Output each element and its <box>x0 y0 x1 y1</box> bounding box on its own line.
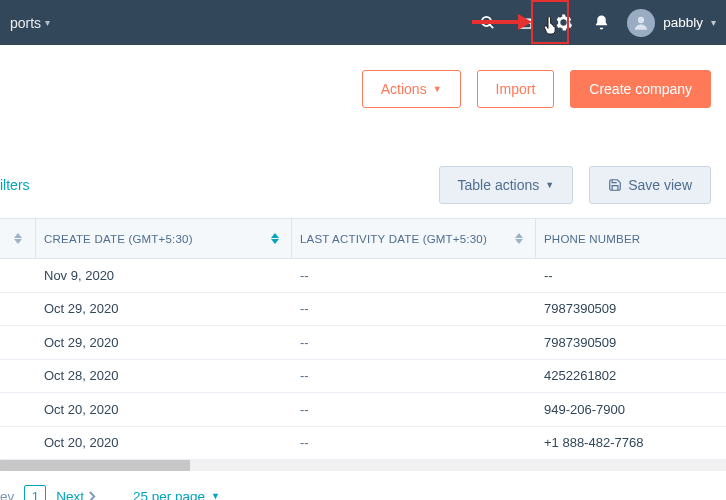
cell-phone: 7987390509 <box>536 335 726 350</box>
chevron-down-icon: ▾ <box>45 17 50 28</box>
nav-reports-label: ports <box>10 15 41 31</box>
cell-create-date: Nov 9, 2020 <box>36 268 292 283</box>
cell-create-date: Oct 28, 2020 <box>36 368 292 383</box>
create-company-label: Create company <box>589 81 692 97</box>
page-actions: Actions ▼ Import Create company <box>0 45 726 108</box>
table-row[interactable]: Oct 29, 2020--7987390509 <box>0 293 726 327</box>
next-page-button[interactable]: Next <box>56 489 97 501</box>
cell-create-date: Oct 29, 2020 <box>36 335 292 350</box>
column-handle[interactable] <box>0 219 36 258</box>
svg-rect-2 <box>520 23 531 28</box>
horizontal-scrollbar[interactable] <box>0 460 726 471</box>
import-label: Import <box>496 81 536 97</box>
cell-phone: 4252261802 <box>536 368 726 383</box>
actions-dropdown-button[interactable]: Actions ▼ <box>362 70 461 108</box>
sort-icon[interactable] <box>515 233 523 244</box>
column-create-date[interactable]: CREATE DATE (GMT+5:30) <box>36 219 292 258</box>
column-last-activity-label: LAST ACTIVITY DATE (GMT+5:30) <box>300 233 487 245</box>
cell-phone: +1 888-482-7768 <box>536 435 726 450</box>
caret-down-icon: ▼ <box>433 84 442 94</box>
toolbar: ilters Table actions ▼ Save view <box>0 108 726 218</box>
sort-icon[interactable] <box>271 233 279 244</box>
cell-last-activity: -- <box>292 268 536 283</box>
table-actions-label: Table actions <box>458 177 540 193</box>
table-row[interactable]: Oct 20, 2020--+1 888-482-7768 <box>0 427 726 461</box>
column-phone-label: PHONE NUMBER <box>544 233 640 245</box>
prev-label: ev <box>0 489 14 501</box>
cell-create-date: Oct 20, 2020 <box>36 402 292 417</box>
current-page[interactable]: 1 <box>24 485 46 500</box>
table-row[interactable]: Oct 29, 2020--7987390509 <box>0 326 726 360</box>
cell-create-date: Oct 20, 2020 <box>36 435 292 450</box>
import-button[interactable]: Import <box>477 70 555 108</box>
data-table: CREATE DATE (GMT+5:30) LAST ACTIVITY DAT… <box>0 218 726 471</box>
scrollbar-thumb[interactable] <box>0 460 190 471</box>
save-icon <box>608 178 622 192</box>
cell-create-date: Oct 29, 2020 <box>36 301 292 316</box>
user-menu[interactable]: pabbly ▾ <box>627 9 716 37</box>
actions-label: Actions <box>381 81 427 97</box>
svg-point-3 <box>638 16 644 22</box>
chevron-down-icon: ▾ <box>711 17 716 28</box>
filters-link[interactable]: ilters <box>0 177 30 193</box>
page-size-dropdown[interactable]: 25 per page ▼ <box>133 489 220 501</box>
cell-last-activity: -- <box>292 435 536 450</box>
settings-gear-icon[interactable] <box>551 11 575 35</box>
cell-last-activity: -- <box>292 301 536 316</box>
caret-down-icon: ▼ <box>211 491 220 500</box>
prev-page-button[interactable]: ev <box>0 489 14 501</box>
chevron-right-icon <box>88 491 97 501</box>
table-body: Nov 9, 2020----Oct 29, 2020--7987390509O… <box>0 259 726 460</box>
create-company-button[interactable]: Create company <box>570 70 711 108</box>
next-label: Next <box>56 489 84 501</box>
cell-phone: -- <box>536 268 726 283</box>
search-icon[interactable] <box>475 11 499 35</box>
pagination: ev 1 Next 25 per page ▼ <box>0 471 726 500</box>
cell-last-activity: -- <box>292 402 536 417</box>
table-row[interactable]: Nov 9, 2020---- <box>0 259 726 293</box>
svg-line-1 <box>489 25 492 28</box>
user-label: pabbly <box>663 15 703 30</box>
marketplace-icon[interactable] <box>513 11 537 35</box>
cell-phone: 949-206-7900 <box>536 402 726 417</box>
cell-phone: 7987390509 <box>536 301 726 316</box>
table-row[interactable]: Oct 20, 2020--949-206-7900 <box>0 393 726 427</box>
table-row[interactable]: Oct 28, 2020--4252261802 <box>0 360 726 394</box>
column-create-date-label: CREATE DATE (GMT+5:30) <box>44 233 193 245</box>
topbar: ports ▾ pabbly ▾ <box>0 0 726 45</box>
notifications-bell-icon[interactable] <box>589 11 613 35</box>
svg-point-0 <box>482 17 491 26</box>
table-actions-dropdown[interactable]: Table actions ▼ <box>439 166 574 204</box>
caret-down-icon: ▼ <box>545 180 554 190</box>
table-header: CREATE DATE (GMT+5:30) LAST ACTIVITY DAT… <box>0 219 726 259</box>
cell-last-activity: -- <box>292 335 536 350</box>
cell-last-activity: -- <box>292 368 536 383</box>
column-phone[interactable]: PHONE NUMBER <box>536 233 726 245</box>
save-view-button[interactable]: Save view <box>589 166 711 204</box>
nav-reports[interactable]: ports ▾ <box>10 15 50 31</box>
save-view-label: Save view <box>628 177 692 193</box>
page-size-label: 25 per page <box>133 489 205 501</box>
avatar <box>627 9 655 37</box>
column-last-activity[interactable]: LAST ACTIVITY DATE (GMT+5:30) <box>292 219 536 258</box>
